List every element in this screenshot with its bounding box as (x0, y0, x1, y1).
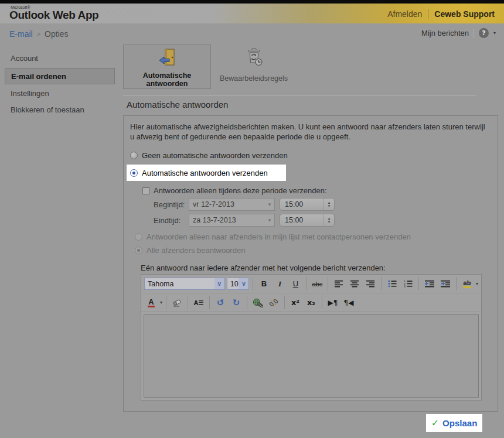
radio-label: Alle afzenders beantwoorden (147, 246, 245, 255)
toolbar-separator (247, 296, 247, 309)
message-body-textarea[interactable] (144, 314, 479, 398)
insert-hyperlink-icon[interactable] (251, 296, 265, 310)
strikethrough-icon[interactable]: abc (310, 277, 324, 291)
right-to-left-paragraph-icon[interactable]: ¶◀ (342, 296, 356, 310)
sign-out-link[interactable]: Afmelden (387, 9, 422, 19)
start-date-value: vr 12-7-2013 (189, 200, 265, 208)
end-time-value: 15:00 (280, 216, 323, 224)
remove-hyperlink-icon[interactable] (267, 296, 281, 310)
tab-bewaarbeleidsregels[interactable]: Bewaarbeleidsregels (212, 45, 295, 89)
breadcrumb-options: Opties (45, 29, 68, 39)
chevron-down-icon[interactable]: ▾ (476, 281, 478, 286)
owa-options-window: Microsoft® Outlook Web App Afmelden Cewe… (0, 0, 504, 438)
italic-icon[interactable]: I (273, 277, 287, 291)
undo-icon[interactable]: ↺ (213, 296, 227, 310)
header-divider (428, 9, 428, 19)
editor-label: Eén antwoord naar iedere afzender met he… (141, 264, 386, 272)
align-center-icon[interactable] (348, 277, 362, 291)
remove-formatting-eraser-icon[interactable] (170, 296, 184, 310)
end-time-label: Eindtijd: (154, 216, 181, 225)
end-time-select: 15:00 ▴▾ (280, 214, 335, 227)
radio-row-contacts-only: Antwoorden alleen naar afzenders in mijn… (135, 232, 411, 241)
toolbar-separator (456, 277, 457, 290)
radio-label: Antwoorden alleen naar afzenders in mijn… (147, 232, 411, 241)
numbered-list-icon[interactable]: 123 (401, 277, 415, 291)
toolbar-separator (253, 277, 253, 290)
sidebar-item-account[interactable]: Account (11, 54, 38, 63)
account-name-link[interactable]: Ceweb Support (434, 9, 495, 19)
superscript-icon[interactable]: x² (288, 296, 302, 310)
save-button-label: Opslaan (442, 418, 477, 428)
rich-text-editor: Tahoma v 10 v B I U abc (141, 274, 482, 401)
help-icon[interactable]: ? (479, 28, 489, 38)
radio-row-no-auto[interactable]: Geen automatische antwoorden verzenden (130, 151, 288, 160)
toolbar-separator (188, 296, 188, 309)
breadcrumb-email-link[interactable]: E-mail (9, 29, 33, 39)
toolbar-separator (322, 296, 322, 309)
check-icon: ✓ (431, 418, 439, 429)
crumb-divider (474, 29, 474, 38)
checkbox-row-period[interactable]: Antwoorden alleen tijdens deze periode v… (142, 186, 327, 195)
radio-contacts-only (135, 233, 142, 241)
start-time-value: 15:00 (280, 200, 323, 208)
radio-label: Geen automatische antwoorden verzenden (142, 151, 288, 160)
tab-label: Automatische antwoorden (124, 71, 210, 88)
sidebar-item-instellingen[interactable]: Instellingen (11, 89, 49, 98)
toolbar-separator (381, 277, 382, 290)
sidebar-item-label: E-mail ordenen (5, 72, 66, 81)
font-color-icon[interactable]: A (144, 296, 158, 310)
start-date-select: vr 12-7-2013 ▾ (189, 198, 275, 211)
bold-icon[interactable]: B (257, 277, 271, 291)
period-checkbox[interactable] (142, 187, 149, 194)
chevron-down-icon: ▾ (265, 217, 274, 223)
description-text: Hier automatische afwezigheidsberichten … (130, 122, 485, 142)
highlight-color-icon[interactable]: ab (460, 277, 474, 291)
my-messages-link[interactable]: Mijn berichten (421, 29, 469, 37)
sidebar-item-blokkeren[interactable]: Blokkeren of toestaan (11, 105, 84, 114)
chevron-down-icon[interactable]: ▾ (493, 30, 496, 36)
end-date-value: za 13-7-2013 (189, 216, 265, 224)
font-family-select[interactable]: Tahoma v (144, 278, 225, 290)
chevron-down-icon[interactable]: ▾ (160, 300, 162, 305)
subscript-icon[interactable]: x₂ (304, 296, 318, 310)
start-time-label: Begintijd: (154, 200, 185, 209)
chevron-down-icon: ▾ (265, 201, 274, 207)
svg-text:3: 3 (404, 285, 406, 288)
radio-row-auto-spotlight[interactable]: Automatische antwoorden verzenden (127, 165, 286, 181)
align-right-icon[interactable] (363, 277, 377, 291)
radio-auto-selected[interactable] (130, 169, 138, 177)
out-of-office-door-icon (158, 49, 176, 70)
page-title: Automatische antwoorden (127, 100, 228, 110)
decrease-indent-icon[interactable] (423, 277, 437, 291)
align-left-icon[interactable] (332, 277, 346, 291)
tab-automatische-antwoorden[interactable]: Automatische antwoorden (123, 45, 211, 89)
save-button[interactable]: ✓ Opslaan (426, 414, 482, 432)
toolbar-separator (328, 277, 328, 290)
tab-label: Bewaarbeleidsregels (212, 74, 295, 83)
left-to-right-paragraph-icon[interactable]: ▶¶ (326, 296, 340, 310)
editor-toolbar-row-1: Tahoma v 10 v B I U abc (141, 275, 481, 293)
editor-toolbar-row-2: A ▾ A ↺ ↻ x² x₂ (141, 293, 481, 312)
radio-no-auto[interactable] (130, 152, 138, 159)
radio-all-senders-selected (135, 247, 142, 254)
app-header: Microsoft® Outlook Web App Afmelden Cewe… (0, 4, 504, 23)
breadcrumb-separator: > (37, 30, 40, 37)
radio-row-all-senders: Alle afzenders beantwoorden (135, 246, 245, 255)
toolbar-separator (166, 296, 166, 309)
stepper-arrows-icon: ▴▾ (323, 214, 334, 226)
bullet-list-icon[interactable] (385, 277, 399, 291)
retention-policy-bin-icon (244, 48, 263, 69)
app-title: Outlook Web App (9, 9, 98, 20)
toolbar-separator (209, 296, 210, 309)
stepper-arrows-icon: ▴▾ (323, 199, 334, 210)
select-chevron-icon: v (239, 278, 248, 289)
sidebar-item-email-ordenen[interactable]: E-mail ordenen (5, 68, 115, 84)
end-date-select: za 13-7-2013 ▾ (189, 214, 275, 227)
paragraph-styles-icon[interactable]: A (192, 296, 206, 310)
redo-icon[interactable]: ↻ (229, 296, 243, 310)
select-chevron-icon: v (214, 278, 224, 289)
underline-icon[interactable]: U (288, 277, 302, 291)
font-size-select[interactable]: 10 v (227, 278, 250, 290)
toolbar-separator (284, 296, 285, 309)
increase-indent-icon[interactable] (438, 277, 452, 291)
